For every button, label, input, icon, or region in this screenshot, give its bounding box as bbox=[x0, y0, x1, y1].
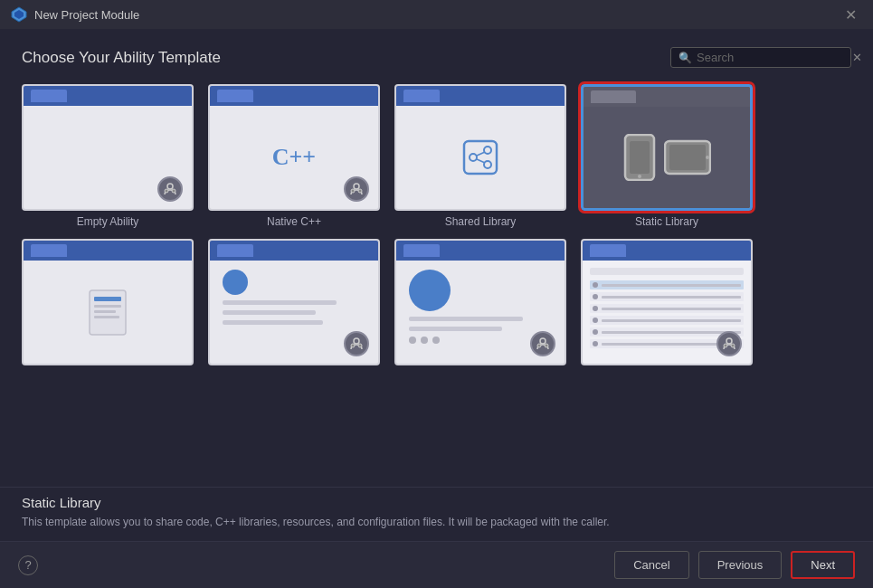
svg-point-9 bbox=[484, 147, 491, 154]
card-thumbnail-shared-library bbox=[394, 84, 566, 211]
svg-rect-23 bbox=[94, 310, 116, 313]
previous-button[interactable]: Previous bbox=[698, 551, 783, 579]
svg-point-29 bbox=[545, 344, 548, 347]
card-thumbnail-feature bbox=[22, 239, 194, 365]
svg-point-6 bbox=[358, 189, 362, 193]
template-grid: Empty Ability C++ bbox=[0, 77, 873, 487]
circle-big-icon bbox=[409, 270, 451, 311]
svg-point-3 bbox=[172, 189, 176, 193]
line3 bbox=[223, 320, 323, 325]
card-thumbnail-list bbox=[208, 239, 380, 365]
card-topbar bbox=[24, 86, 192, 106]
close-button[interactable]: ✕ bbox=[840, 5, 862, 25]
phone-icon bbox=[622, 134, 657, 181]
line2 bbox=[409, 327, 502, 331]
card-topbar bbox=[24, 241, 192, 261]
search-clear-icon[interactable]: ✕ bbox=[852, 51, 862, 64]
list-search-bar bbox=[590, 268, 744, 275]
card-label-empty-ability: Empty Ability bbox=[77, 215, 139, 228]
svg-point-19 bbox=[706, 156, 709, 159]
selected-template-name: Static Library bbox=[22, 495, 851, 510]
selected-template-description: This template allows you to share code, … bbox=[22, 514, 851, 530]
template-row-1: Empty Ability C++ bbox=[22, 84, 851, 228]
help-button[interactable]: ? bbox=[18, 555, 38, 575]
app-icon bbox=[11, 6, 27, 23]
line1 bbox=[223, 300, 337, 305]
card-body bbox=[584, 107, 750, 208]
template-row-2 bbox=[22, 239, 851, 370]
dialog-body: Choose Your Ability Template 🔍 ✕ bbox=[0, 29, 873, 588]
svg-rect-24 bbox=[94, 316, 119, 318]
svg-point-10 bbox=[470, 154, 477, 161]
card-label-native-cpp: Native C++ bbox=[267, 215, 321, 228]
svg-point-27 bbox=[351, 344, 355, 347]
svg-line-12 bbox=[477, 152, 485, 156]
circle-icon bbox=[223, 270, 248, 295]
titlebar: New Project Module ✕ bbox=[0, 0, 873, 29]
svg-point-31 bbox=[726, 338, 732, 344]
svg-point-25 bbox=[354, 338, 359, 344]
template-card-native-cpp[interactable]: C++ Native C++ bbox=[208, 84, 380, 228]
footer-buttons: Cancel Previous Next bbox=[614, 551, 855, 579]
feature-icon bbox=[85, 288, 130, 337]
search-box[interactable]: 🔍 ✕ bbox=[670, 47, 851, 68]
template-card-feature-ability[interactable] bbox=[22, 239, 194, 370]
avatar-badge bbox=[716, 331, 742, 356]
search-input[interactable] bbox=[697, 51, 849, 64]
card-tab bbox=[591, 90, 636, 103]
svg-point-33 bbox=[724, 344, 727, 347]
card-label-static-library: Static Library bbox=[635, 215, 698, 228]
device-icons bbox=[622, 134, 711, 181]
card-topbar bbox=[210, 241, 378, 261]
card-label-shared-library: Shared Library bbox=[445, 215, 517, 228]
card-tab bbox=[403, 90, 440, 102]
svg-point-11 bbox=[484, 161, 491, 168]
dialog-title: Choose Your Ability Template bbox=[22, 49, 221, 67]
svg-point-2 bbox=[167, 184, 173, 189]
list-row bbox=[590, 280, 744, 289]
card-topbar bbox=[210, 86, 378, 106]
svg-line-13 bbox=[477, 159, 485, 163]
avatar-badge bbox=[530, 331, 555, 356]
svg-rect-22 bbox=[94, 305, 121, 308]
card-thumbnail-empty-ability bbox=[22, 84, 194, 211]
card-thumbnail-native-cpp: C++ bbox=[208, 84, 380, 211]
template-card-shared-library[interactable]: Shared Library bbox=[394, 84, 566, 228]
card-thumbnail-static-library bbox=[581, 84, 753, 211]
card-topbar bbox=[396, 86, 565, 106]
svg-rect-21 bbox=[94, 297, 121, 301]
template-card-listview[interactable] bbox=[581, 239, 753, 370]
card-thumbnail-listview bbox=[581, 239, 753, 365]
card-body bbox=[396, 106, 565, 209]
svg-point-16 bbox=[638, 175, 641, 178]
cancel-button[interactable]: Cancel bbox=[614, 551, 688, 579]
svg-point-4 bbox=[165, 189, 168, 193]
svg-rect-15 bbox=[630, 141, 650, 174]
avatar-badge bbox=[344, 331, 369, 356]
template-card-detail-ability[interactable] bbox=[394, 239, 566, 370]
tablet-icon bbox=[664, 138, 711, 176]
template-card-list-ability[interactable] bbox=[208, 239, 380, 370]
card-tab bbox=[403, 244, 440, 257]
list-row bbox=[590, 316, 744, 325]
next-button[interactable]: Next bbox=[791, 551, 855, 579]
svg-point-28 bbox=[540, 338, 546, 344]
card-topbar bbox=[396, 241, 565, 261]
card-tab bbox=[31, 244, 67, 257]
card-tab bbox=[217, 90, 253, 102]
dots-row bbox=[409, 337, 440, 344]
template-card-static-library[interactable]: Static Library bbox=[581, 84, 753, 228]
card-topbar bbox=[584, 87, 750, 107]
description-area: Static Library This template allows you … bbox=[0, 487, 873, 541]
share-icon bbox=[462, 139, 498, 175]
svg-point-5 bbox=[354, 184, 359, 189]
template-card-empty-ability[interactable]: Empty Ability bbox=[22, 84, 194, 228]
avatar-badge bbox=[344, 176, 369, 202]
cpp-icon: C++ bbox=[272, 144, 316, 171]
dialog-footer: ? Cancel Previous Next bbox=[0, 541, 873, 588]
avatar-badge bbox=[157, 176, 183, 202]
svg-point-26 bbox=[358, 344, 362, 347]
list-row bbox=[590, 292, 744, 301]
line1 bbox=[409, 317, 523, 321]
card-tab bbox=[590, 244, 626, 257]
